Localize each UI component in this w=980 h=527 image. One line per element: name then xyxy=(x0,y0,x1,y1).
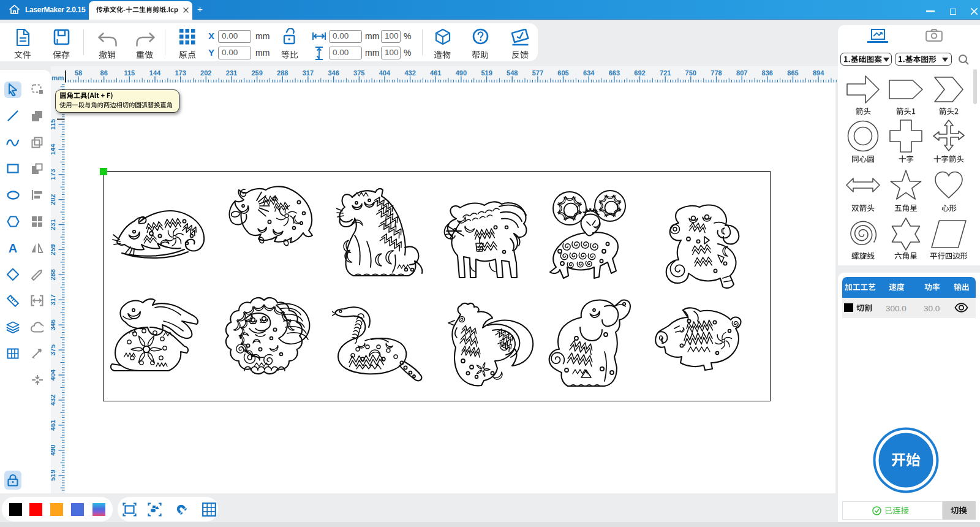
svg-text:259: 259 xyxy=(51,244,56,255)
svg-text:144: 144 xyxy=(51,143,56,154)
svg-text:259: 259 xyxy=(251,69,262,77)
svg-text:778: 778 xyxy=(710,69,722,77)
svg-text:490: 490 xyxy=(456,69,467,77)
svg-text:375: 375 xyxy=(353,69,364,77)
svg-text:605: 605 xyxy=(557,69,568,77)
svg-text:548: 548 xyxy=(507,69,518,77)
svg-text:634: 634 xyxy=(583,69,595,77)
svg-text:288: 288 xyxy=(277,69,288,77)
svg-text:86: 86 xyxy=(100,69,108,77)
svg-text:58: 58 xyxy=(75,69,82,77)
svg-text:202: 202 xyxy=(200,69,211,77)
svg-text:432: 432 xyxy=(404,69,415,77)
svg-text:317: 317 xyxy=(303,69,314,77)
svg-text:202: 202 xyxy=(51,194,56,205)
svg-text:317: 317 xyxy=(51,294,56,305)
svg-text:807: 807 xyxy=(736,69,747,77)
svg-text:663: 663 xyxy=(609,69,620,77)
svg-text:231: 231 xyxy=(51,219,56,230)
svg-text:346: 346 xyxy=(51,319,56,330)
svg-text:404: 404 xyxy=(379,69,391,77)
svg-text:173: 173 xyxy=(51,169,56,180)
svg-text:144: 144 xyxy=(149,69,161,77)
svg-text:A: A xyxy=(9,242,17,254)
svg-text:231: 231 xyxy=(226,69,237,77)
svg-text:375: 375 xyxy=(51,344,56,355)
svg-text:115: 115 xyxy=(51,119,56,130)
svg-text:115: 115 xyxy=(124,69,135,77)
svg-text:519: 519 xyxy=(481,69,492,77)
svg-text:519: 519 xyxy=(51,469,56,480)
svg-text:432: 432 xyxy=(51,394,56,405)
svg-text:346: 346 xyxy=(328,69,339,77)
svg-text:404: 404 xyxy=(51,368,56,380)
svg-text:288: 288 xyxy=(51,269,56,280)
svg-text:461: 461 xyxy=(51,419,56,430)
svg-text:894: 894 xyxy=(813,69,824,77)
svg-text:865: 865 xyxy=(787,69,798,77)
svg-text:173: 173 xyxy=(175,69,186,77)
svg-text:490: 490 xyxy=(51,444,56,455)
svg-text:461: 461 xyxy=(430,69,441,77)
svg-text:721: 721 xyxy=(660,69,671,77)
svg-text:750: 750 xyxy=(685,69,696,77)
svg-text:577: 577 xyxy=(532,69,543,77)
svg-text:836: 836 xyxy=(762,69,773,77)
svg-text:692: 692 xyxy=(634,69,645,77)
